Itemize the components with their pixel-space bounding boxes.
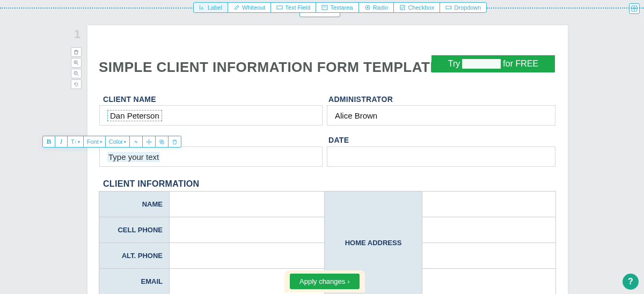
cell-altphone-value[interactable] [170,243,325,269]
svg-rect-7 [400,5,405,10]
layout-grid-button[interactable] [629,3,640,14]
client-name-label: CLIENT NAME [103,95,156,104]
row-label-cellphone: CELL PHONE [99,217,170,243]
refresh-button[interactable] [71,79,82,89]
zoom-in-button[interactable] [71,58,82,68]
apply-label: Apply changes [299,277,345,285]
label-icon: IA [199,4,206,11]
table-row: NAME HOME ADDRESS [99,192,556,217]
bold-button[interactable]: B [43,136,55,147]
copy-icon [159,139,165,145]
tool-textfield[interactable]: Text Field [270,2,316,13]
zoom-in-icon [74,60,79,65]
date-input[interactable] [327,146,555,167]
tool-radio[interactable]: Radio [358,2,394,13]
delete-page-button[interactable] [71,47,82,57]
refresh-icon [74,82,79,87]
chevron-down-icon: ▾ [78,139,80,144]
row-label-name: NAME [99,192,170,217]
svg-point-6 [367,7,368,9]
help-button[interactable]: ? [623,274,639,290]
tool-whiteout[interactable]: Whiteout [228,2,271,13]
apply-changes-button[interactable]: Apply changes › [290,274,360,289]
client-name-value: Dan Peterson [107,110,162,121]
cell-address-2[interactable] [422,217,556,243]
tool-textarea[interactable]: Textarea [316,2,358,13]
radio-icon [364,4,371,11]
cell-address-1[interactable] [422,192,556,217]
color-label: Color [109,138,123,145]
whiteout-icon [233,4,240,11]
font-button[interactable]: Font▾ [84,136,106,147]
page-number: 1 [74,27,80,41]
svg-rect-19 [160,140,163,143]
help-icon: ? [628,277,633,286]
zoom-out-icon [74,71,79,76]
tool-label-text: Text Field [285,4,310,11]
svg-rect-2 [277,6,282,9]
textfield-icon [276,4,283,11]
copy-button[interactable] [156,136,169,147]
trash-icon [172,139,178,145]
tool-dropdown[interactable]: Dropdown [440,2,487,13]
cell-address-3[interactable] [422,243,556,269]
cta-mask [462,59,501,69]
row-label-email: EMAIL [99,269,170,295]
cta-prefix: Try [448,59,460,69]
client-name-input[interactable]: Dan Peterson [99,105,323,126]
dropdown-icon [445,4,452,11]
administrator-input[interactable]: Alice Brown [327,105,555,126]
insert-toolbar: IA Label Whiteout Text Field Textarea Ra… [193,2,487,13]
document-title: SIMPLE CLIENT INFORMATION FORM TEMPLATE [99,59,440,76]
tool-label-text: Whiteout [242,4,265,11]
fontsize-label: T [71,138,75,145]
svg-line-17 [77,75,79,76]
move-button[interactable] [143,136,156,147]
link-button[interactable] [130,136,143,147]
cta-suffix: for FREE [503,59,538,69]
tool-label-text: Textarea [330,4,353,11]
size-arrows: ↕ [75,139,77,144]
cell-address-4[interactable] [422,269,556,295]
svg-rect-20 [161,141,164,144]
trash-icon [74,49,79,55]
placeholder-text: Type your text [107,152,160,162]
chevron-right-icon: › [347,277,349,285]
page-side-tools [71,47,82,89]
font-label: Font [87,138,99,145]
section-title: CLIENT INFORMATION [103,179,199,189]
svg-rect-3 [322,5,327,10]
try-free-button[interactable]: Try for FREE [431,55,555,72]
text-format-toolbar: B I T↕▾ Font▾ Color▾ [42,136,181,148]
cell-name-value[interactable] [170,192,325,217]
link-icon [133,139,139,145]
administrator-label: ADMINISTRATOR [328,95,393,104]
chevron-down-icon: ▾ [100,139,102,144]
row-label-altphone: ALT. PHONE [99,243,170,269]
administrator-value: Alice Brown [335,111,377,120]
italic-button[interactable]: I [55,136,68,147]
date-label: DATE [328,136,349,144]
svg-text:A: A [201,6,204,11]
tool-checkbox[interactable]: Checkbox [393,2,440,13]
zoom-out-button[interactable] [71,69,82,78]
fontsize-button[interactable]: T↕▾ [68,136,84,147]
tool-label-text: Radio [373,4,389,11]
svg-line-13 [77,64,79,65]
delete-button[interactable] [169,136,181,147]
tool-label-text: Label [208,4,222,11]
apply-changes-container: Apply changes › [284,270,365,292]
tool-label[interactable]: IA Label [193,2,228,13]
color-button[interactable]: Color▾ [106,136,130,147]
tool-label-text: Checkbox [408,4,434,11]
move-icon [146,139,152,145]
grid-icon [631,5,638,12]
editing-label-field[interactable]: Type your text [99,146,323,167]
cell-cellphone-value[interactable] [170,217,325,243]
chevron-down-icon: ▾ [124,139,126,144]
tool-label-text: Dropdown [454,4,481,11]
checkbox-icon [399,4,406,11]
textarea-icon [321,4,328,11]
